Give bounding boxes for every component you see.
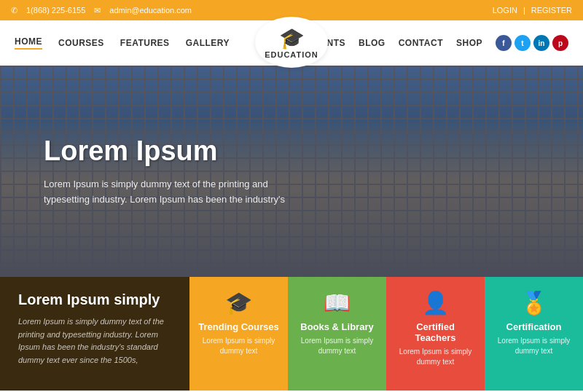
hero-section: Lorem Ipsum Lorem Ipsum is simply dummy … — [0, 66, 583, 277]
nav-courses[interactable]: COURSES — [58, 38, 104, 48]
card-library[interactable]: 📖 Books & Library Lorem Ipsum is simply … — [288, 277, 386, 391]
bottom-text: Lorem Ipsum simply Lorem Ipsum is simply… — [0, 277, 189, 391]
bottom-title: Lorem Ipsum simply — [18, 291, 171, 308]
trending-desc: Lorem Ipsum is simply dummy text — [198, 336, 279, 356]
library-title: Books & Library — [300, 321, 373, 332]
nav-shop[interactable]: SHOP — [456, 38, 482, 48]
pinterest-icon[interactable]: p — [552, 35, 568, 51]
library-icon: 📖 — [324, 290, 351, 315]
nav-right: EVENTS BLOG CONTACT SHOP f t in p — [292, 35, 568, 51]
navbar: HOME COURSES FEATURES GALLERY 🎓 EDUCATIO… — [0, 20, 583, 66]
teachers-icon: 👤 — [422, 290, 449, 315]
library-desc: Lorem Ipsum is simply dummy text — [297, 336, 377, 356]
twitter-icon[interactable]: t — [514, 35, 531, 51]
certification-desc: Lorem Ipsum is simply dummy text — [493, 336, 574, 356]
nav-gallery[interactable]: GALLERY — [186, 38, 230, 48]
card-certification[interactable]: 🏅 Certification Lorem Ipsum is simply du… — [485, 277, 583, 391]
logo[interactable]: 🎓 EDUCATION — [255, 17, 328, 68]
certification-icon: 🏅 — [520, 290, 547, 315]
teachers-title: Certified Teachers — [395, 321, 476, 343]
facebook-icon[interactable]: f — [496, 35, 512, 51]
certification-title: Certification — [506, 321, 562, 332]
email-icon: ✉ — [94, 6, 101, 15]
trending-icon: 🎓 — [225, 290, 252, 315]
phone-number: 1(868) 225-6155 — [26, 6, 85, 15]
social-icons: f t in p — [496, 35, 568, 51]
hero-title: Lorem Ipsum — [44, 136, 292, 167]
bottom-description: Lorem Ipsum is simply dummy text of the … — [18, 315, 171, 366]
bottom-section: Lorem Ipsum simply Lorem Ipsum is simply… — [0, 277, 583, 391]
linkedin-icon[interactable]: in — [533, 35, 549, 51]
nav-blog[interactable]: BLOG — [359, 38, 386, 48]
phone-icon: ✆ — [11, 6, 17, 15]
nav-left: HOME COURSES FEATURES GALLERY — [15, 36, 292, 50]
cards-container: 🎓 Trending Courses Lorem Ipsum is simply… — [189, 277, 583, 391]
trending-title: Trending Courses — [198, 321, 279, 332]
register-link[interactable]: REGISTER — [531, 6, 572, 15]
logo-icon: 🎓 — [279, 26, 305, 50]
divider: | — [523, 6, 525, 15]
nav-home[interactable]: HOME — [15, 36, 42, 50]
nav-features[interactable]: FEATURES — [120, 38, 170, 48]
hero-description: Lorem Ipsum is simply dummy text of the … — [44, 177, 292, 208]
teachers-desc: Lorem Ipsum is simply dummy text — [395, 347, 476, 367]
hero-content: Lorem Ipsum Lorem Ipsum is simply dummy … — [44, 136, 292, 208]
card-teachers[interactable]: 👤 Certified Teachers Lorem Ipsum is simp… — [386, 277, 485, 391]
logo-text: EDUCATION — [265, 50, 318, 59]
login-link[interactable]: LOGIN — [493, 6, 517, 15]
card-trending[interactable]: 🎓 Trending Courses Lorem Ipsum is simply… — [189, 277, 288, 391]
nav-contact[interactable]: CONTACT — [399, 38, 443, 48]
email-address: admin@education.com — [109, 6, 192, 15]
